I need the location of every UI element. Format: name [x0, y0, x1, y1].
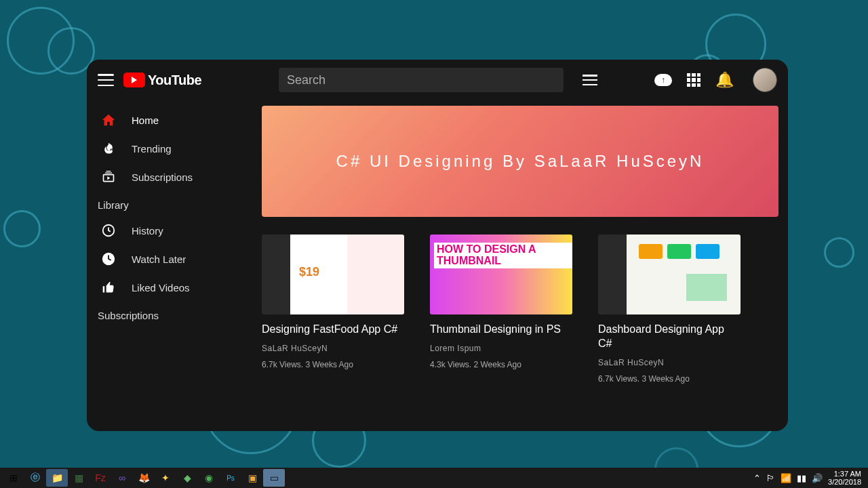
topbar-actions: 🔔 [583, 68, 777, 92]
video-thumbnail [262, 235, 404, 314]
sidebar-label: Trending [132, 143, 172, 155]
brand-text: YouTube [148, 73, 201, 88]
banner-title: C# UI Designing By SaLaaR HuSceyN [336, 152, 705, 171]
video-author: SaLaR HuSceyN [598, 358, 741, 367]
brand-logo[interactable]: YouTube [123, 73, 201, 88]
apps-icon[interactable] [687, 73, 701, 87]
taskbar-running-app-icon[interactable]: ▭ [263, 469, 285, 487]
tray-up-icon[interactable]: ⌃ [753, 473, 761, 483]
video-meta: 4.3k Views. 2 Weeks Ago [430, 360, 572, 369]
library-header: Library [92, 191, 255, 216]
video-author: Lorem Ispum [430, 344, 572, 353]
clock-icon [100, 251, 117, 267]
sidebar-item-home[interactable]: Home [92, 106, 255, 134]
video-thumbnail: HOW TO DESIGN A THUMBNAIL [430, 235, 572, 314]
tray-clock[interactable]: 1:37 AM 3/20/2018 [828, 470, 861, 486]
tray-flag-icon[interactable]: 🏳 [766, 473, 775, 483]
sidebar-item-watch-later[interactable]: Watch Later [92, 245, 255, 273]
video-meta: 6.7k Views. 3 Weeks Ago [262, 360, 404, 369]
sidebar-label: Home [132, 115, 159, 126]
taskbar-ps-icon[interactable]: Ps [220, 469, 241, 487]
sidebar-label: Liked Videos [132, 282, 190, 293]
subscriptions-header: Subscriptions [92, 302, 255, 327]
video-meta: 6.7k Views. 3 Weeks Ago [598, 374, 741, 384]
sidebar-item-subscriptions[interactable]: Subscriptions [92, 163, 255, 191]
video-title: Dashboard Designing App C# [598, 323, 741, 351]
taskbar-firefox-icon[interactable]: 🦊 [133, 469, 155, 487]
taskbar: ⊞ ⓔ 📁 ▦ Fz ∞ 🦊 ✦ ◆ ◉ Ps ▣ ▭ ⌃ 🏳 📶 ▮▮ 🔊 1… [0, 468, 868, 488]
upload-icon[interactable] [654, 74, 672, 86]
video-title: Thumbnail Designing in PS [430, 323, 572, 337]
settings-menu-icon[interactable] [583, 75, 597, 85]
history-icon [100, 222, 117, 239]
video-author: SaLaR HuSceyN [262, 344, 404, 353]
taskbar-app-icon[interactable]: ◆ [176, 469, 198, 487]
video-card[interactable]: Dashboard Designing App C# SaLaR HuSceyN… [598, 235, 741, 384]
video-thumbnail [598, 235, 741, 314]
tray-signal-icon[interactable]: ▮▮ [797, 473, 806, 483]
taskbar-filezilla-icon[interactable]: Fz [90, 469, 111, 487]
main-content: C# UI Designing By SaLaaR HuSceyN Design… [255, 100, 788, 431]
taskbar-vs-icon[interactable]: ∞ [111, 469, 133, 487]
sidebar-label: Watch Later [132, 253, 186, 265]
topbar: YouTube Search 🔔 [87, 60, 788, 100]
taskbar-app-icon[interactable]: ▣ [241, 469, 263, 487]
menu-icon[interactable] [98, 74, 114, 86]
start-button[interactable]: ⊞ [3, 469, 24, 487]
video-grid: Designing FastFood App C# SaLaR HuSceyN … [262, 235, 778, 384]
video-title: Designing FastFood App C# [262, 323, 404, 337]
system-tray: ⌃ 🏳 📶 ▮▮ 🔊 1:37 AM 3/20/2018 [753, 470, 865, 486]
subscriptions-icon [100, 169, 117, 185]
taskbar-excel-icon[interactable]: ▦ [68, 469, 90, 487]
fire-icon [100, 140, 117, 157]
video-card[interactable]: Designing FastFood App C# SaLaR HuSceyN … [262, 235, 404, 384]
search-input[interactable]: Search [279, 68, 564, 92]
thumbs-up-icon [100, 279, 117, 296]
avatar[interactable] [753, 68, 777, 92]
sidebar-item-liked[interactable]: Liked Videos [92, 273, 255, 302]
sidebar-label: History [132, 225, 163, 237]
sidebar-item-history[interactable]: History [92, 216, 255, 245]
sidebar: Home Trending Subscriptions Library Hist… [87, 100, 255, 431]
app-window: YouTube Search 🔔 Home Trending Subscript… [87, 60, 788, 431]
video-card[interactable]: HOW TO DESIGN A THUMBNAIL Thumbnail Desi… [430, 235, 572, 384]
bell-icon[interactable]: 🔔 [715, 71, 734, 89]
play-icon [123, 73, 145, 87]
sidebar-label: Subscriptions [132, 171, 193, 183]
home-icon [100, 112, 117, 128]
tray-network-icon[interactable]: 📶 [781, 473, 791, 483]
taskbar-chrome-icon[interactable]: ◉ [198, 469, 220, 487]
taskbar-app-icon[interactable]: ✦ [155, 469, 176, 487]
tray-volume-icon[interactable]: 🔊 [812, 473, 823, 483]
banner[interactable]: C# UI Designing By SaLaaR HuSceyN [262, 106, 778, 217]
taskbar-explorer-icon[interactable]: 📁 [46, 469, 68, 487]
taskbar-ie-icon[interactable]: ⓔ [24, 469, 46, 487]
sidebar-item-trending[interactable]: Trending [92, 134, 255, 163]
